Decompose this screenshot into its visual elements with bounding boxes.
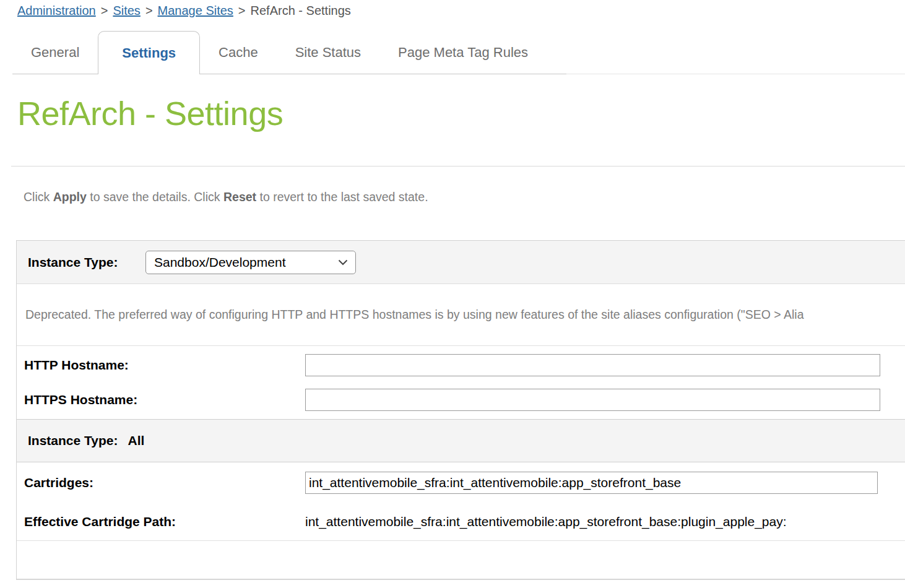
instructions-prefix: Click: [24, 190, 53, 204]
breadcrumb-link-sites[interactable]: Sites: [113, 4, 140, 17]
instance-type-all-row: Instance Type: All: [17, 419, 905, 462]
deprecated-notice-text: Deprecated. The preferred way of configu…: [25, 308, 804, 322]
empty-footer-row: [17, 540, 905, 580]
chevron-down-icon: [338, 259, 348, 266]
tab-bar: General Settings Cache Site Status Page …: [12, 31, 905, 74]
instance-type-all-label: Instance Type:: [28, 433, 118, 448]
http-hostname-row: HTTP Hostname:: [17, 348, 905, 383]
breadcrumb-link-administration[interactable]: Administration: [17, 4, 96, 17]
breadcrumb-separator: >: [238, 4, 246, 17]
cartridges-row: Cartridges:: [17, 462, 905, 503]
instance-type-row: Instance Type: Sandbox/Development: [17, 241, 905, 284]
instructions-suffix: to revert to the last saved state.: [256, 190, 428, 204]
breadcrumb-current: RefArch - Settings: [251, 4, 351, 17]
tab-bar-underline-extension: [566, 74, 905, 74]
https-hostname-label: HTTPS Hostname:: [17, 392, 305, 407]
http-hostname-input[interactable]: [305, 354, 880, 376]
https-hostname-row: HTTPS Hostname:: [17, 383, 905, 417]
tab-cache[interactable]: Cache: [200, 31, 277, 74]
instructions-text: Click Apply to save the details. Click R…: [24, 190, 428, 204]
breadcrumb-separator: >: [101, 4, 108, 17]
breadcrumb-separator: >: [145, 4, 153, 17]
instructions-middle: to save the details. Click: [87, 190, 223, 204]
tab-page-meta-tag-rules[interactable]: Page Meta Tag Rules: [379, 31, 547, 74]
tab-settings[interactable]: Settings: [98, 31, 200, 74]
https-hostname-input[interactable]: [305, 389, 880, 411]
apply-keyword: Apply: [53, 190, 87, 204]
instance-type-selected-value: Sandbox/Development: [154, 255, 285, 270]
tab-site-status[interactable]: Site Status: [277, 31, 379, 74]
deprecated-notice: Deprecated. The preferred way of configu…: [17, 284, 905, 346]
effective-cartridge-path-value: int_attentivemobile_sfra:int_attentivemo…: [305, 514, 787, 529]
cartridges-input[interactable]: [305, 472, 878, 494]
cartridges-label: Cartridges:: [17, 475, 305, 490]
reset-keyword: Reset: [223, 190, 256, 204]
http-hostname-label: HTTP Hostname:: [17, 358, 305, 373]
effective-cartridge-path-label: Effective Cartridge Path:: [17, 514, 305, 529]
settings-form-table: Instance Type: Sandbox/Development Depre…: [16, 240, 905, 580]
effective-cartridge-path-row: Effective Cartridge Path: int_attentivem…: [17, 503, 905, 540]
title-divider: [11, 166, 905, 166]
instance-type-select[interactable]: Sandbox/Development: [145, 251, 356, 274]
instance-type-label: Instance Type:: [28, 255, 145, 270]
page-title: RefArch - Settings: [17, 94, 283, 132]
breadcrumb: Administration>Sites>Manage Sites>RefArc…: [17, 4, 351, 18]
instance-type-all-value: All: [128, 433, 144, 448]
tab-general[interactable]: General: [12, 31, 98, 74]
breadcrumb-link-manage-sites[interactable]: Manage Sites: [158, 4, 233, 17]
tab-bar-underline: [12, 74, 566, 74]
hostname-section: HTTP Hostname: HTTPS Hostname:: [17, 346, 905, 419]
